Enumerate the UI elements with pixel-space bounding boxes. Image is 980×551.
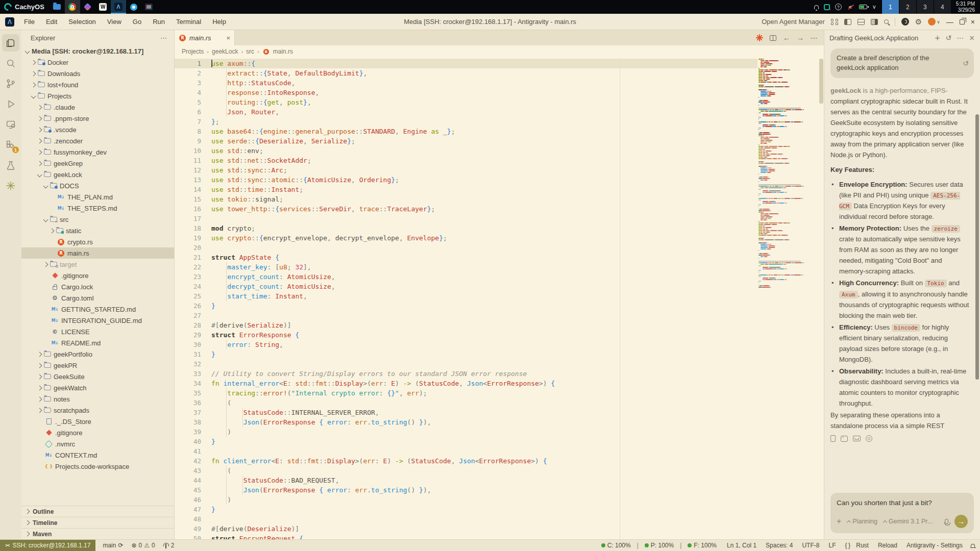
menu-edit[interactable]: Edit: [41, 16, 62, 27]
remote-indicator[interactable]: >< SSH: crocker@192.168.1.17: [0, 540, 95, 551]
navigate-back-icon[interactable]: ←: [783, 34, 790, 42]
tree-item-crypto-rs[interactable]: Rcrypto.rs: [21, 236, 174, 247]
panel-more-icon[interactable]: ⋯: [957, 34, 964, 42]
close-button[interactable]: ×: [971, 18, 975, 26]
workspace-1[interactable]: 1: [881, 0, 899, 14]
language-mode[interactable]: { } Rust: [844, 542, 869, 549]
tree-item--pnpm-store[interactable]: .pnpm-store: [21, 113, 174, 124]
tree-item-geekportfolio[interactable]: geekPortfolio: [21, 348, 174, 360]
activity-item-search[interactable]: [2, 55, 19, 72]
tree-item-target[interactable]: target: [21, 259, 174, 270]
toggle-left-panel-icon[interactable]: [844, 19, 851, 25]
problems-indicator[interactable]: ⊗ 0 ⚠ 0: [131, 542, 156, 549]
navigate-forward-icon[interactable]: →: [797, 34, 804, 42]
tree-item-geeksuite[interactable]: GeekSuite: [21, 371, 174, 382]
restore-button[interactable]: [960, 19, 965, 24]
volume-muted-icon[interactable]: [847, 4, 854, 10]
minimap[interactable]: [758, 59, 819, 288]
breadcrumb-item[interactable]: geekLock: [212, 48, 238, 55]
tree-item-integration-guide-md[interactable]: M↓INTEGRATION_GUIDE.md: [21, 315, 174, 326]
search-icon[interactable]: [884, 19, 889, 24]
file-action-icon[interactable]: [830, 435, 836, 442]
cachyos-update-icon[interactable]: [824, 4, 830, 10]
rerun-prompt-icon[interactable]: ↺: [963, 58, 969, 68]
indentation-indicator[interactable]: Spaces: 4: [765, 542, 794, 549]
history-icon[interactable]: ↺: [946, 34, 952, 42]
activity-item-source-control[interactable]: [2, 75, 19, 92]
notifications-icon[interactable]: [971, 544, 975, 547]
cursor-position[interactable]: Ln 1, Col 1: [726, 542, 757, 549]
tree-item-geekgrep[interactable]: geekGrep: [21, 158, 174, 169]
sidebar-more-icon[interactable]: ⋯: [160, 34, 167, 42]
breadcrumb-item[interactable]: Projects: [182, 48, 204, 55]
breadcrumb-item[interactable]: main.rs: [273, 48, 293, 55]
tree-item--vscode[interactable]: .vscode: [21, 124, 174, 135]
taskbar-app-media-app[interactable]: [141, 0, 157, 14]
menu-selection[interactable]: Selection: [64, 16, 100, 27]
account-button[interactable]: ∨: [928, 18, 940, 26]
taskbar-app-chrome[interactable]: [65, 0, 80, 14]
split-editor-icon[interactable]: [770, 35, 776, 41]
toggle-right-panel-icon[interactable]: [871, 19, 878, 25]
section-outline[interactable]: Outline: [21, 506, 174, 517]
tree-item-docker[interactable]: Docker: [21, 57, 174, 68]
tree-item-main-rs[interactable]: Rmain.rs: [21, 247, 174, 259]
tree-item--ds-store[interactable]: ._.DS_Store: [21, 416, 174, 427]
tree-item-getting-started-md[interactable]: M↓GETTING_STARTED.md: [21, 304, 174, 315]
menu-view[interactable]: View: [103, 16, 126, 27]
tree-item-media-ssh-crocker-192-168-1-17-[interactable]: Media [SSH: crocker@192.168.1.17]: [21, 45, 174, 57]
editor-more-actions-icon[interactable]: ⋯: [811, 34, 818, 42]
mode-selector[interactable]: Planning: [847, 518, 877, 525]
code-editor[interactable]: 1use axum::{2 extract::{State, DefaultBo…: [175, 58, 824, 539]
taskbar-app-wayland-w[interactable]: W: [95, 0, 111, 14]
reload-button[interactable]: Reload: [877, 542, 898, 549]
panel-close-icon[interactable]: ×: [969, 34, 975, 42]
encoding-indicator[interactable]: UTF-8: [801, 542, 820, 549]
tree-item--gitignore[interactable]: .gitignore: [21, 427, 174, 438]
menu-terminal[interactable]: Terminal: [172, 16, 206, 27]
workspace-4[interactable]: 4: [934, 0, 951, 14]
tree-item-projects-code-workspace[interactable]: { }Projects.code-workspace: [21, 461, 174, 472]
customize-layout-icon[interactable]: [831, 19, 838, 25]
inbox-action-icon[interactable]: [853, 436, 861, 441]
agent-panel-scrollbar[interactable]: [975, 114, 979, 380]
tree-item-notes[interactable]: notes: [21, 393, 174, 405]
attach-plus-icon[interactable]: +: [837, 517, 841, 526]
tree-item-docs[interactable]: DOCS: [21, 180, 174, 191]
eol-indicator[interactable]: LF: [827, 542, 837, 549]
tree-item-license[interactable]: ©LICENSE: [21, 326, 174, 337]
model-selector[interactable]: Gemini 3.1 Pr...: [884, 518, 933, 525]
menu-go[interactable]: Go: [128, 16, 146, 27]
tree-item-the-plan-md[interactable]: M↓THE_PLAN.md: [21, 191, 174, 203]
gear-icon[interactable]: ⚙: [915, 17, 922, 27]
tree-item-lost-found[interactable]: lost+found: [21, 79, 174, 90]
activity-item-testing[interactable]: [2, 157, 19, 174]
tree-item-context-md[interactable]: M↓CONTEXT.md: [21, 449, 174, 461]
agent-starburst-icon[interactable]: [756, 34, 763, 41]
help-icon[interactable]: ?: [835, 4, 842, 10]
microphone-icon[interactable]: [945, 519, 948, 524]
ports-indicator[interactable]: 2: [162, 542, 176, 549]
tree-item--nvmrc[interactable]: .nvmrc: [21, 438, 174, 449]
workspace-2[interactable]: 2: [899, 0, 916, 14]
tab-main-rs[interactable]: R main.rs ×: [175, 30, 235, 45]
tree-item-scratchpads[interactable]: scratchpads: [21, 405, 174, 416]
tree-item-src[interactable]: src: [21, 214, 174, 225]
taskbar-app-file-manager[interactable]: [50, 0, 65, 14]
minimize-button[interactable]: —: [946, 18, 953, 26]
activity-item-extensions[interactable]: 1: [2, 136, 19, 154]
workspace-3[interactable]: 3: [916, 0, 934, 14]
tree-item--claude[interactable]: .claude: [21, 102, 174, 113]
tree-item--gitignore[interactable]: .gitignore: [21, 270, 174, 281]
git-branch-indicator[interactable]: main ⟳: [102, 542, 124, 549]
tree-item-geekpr[interactable]: geekPR: [21, 360, 174, 371]
activity-item-remote-explorer[interactable]: [2, 116, 19, 133]
terminal-action-icon[interactable]: [841, 436, 848, 442]
menu-run[interactable]: Run: [148, 16, 169, 27]
toggle-bottom-panel-icon[interactable]: [857, 19, 865, 25]
menu-file[interactable]: File: [19, 16, 39, 27]
breadcrumb-item[interactable]: src: [246, 48, 254, 55]
tree-item-static[interactable]: static: [21, 225, 174, 236]
tree-item-geekwatch[interactable]: geekWatch: [21, 382, 174, 393]
tree-item-downloads[interactable]: Downloads: [21, 68, 174, 79]
